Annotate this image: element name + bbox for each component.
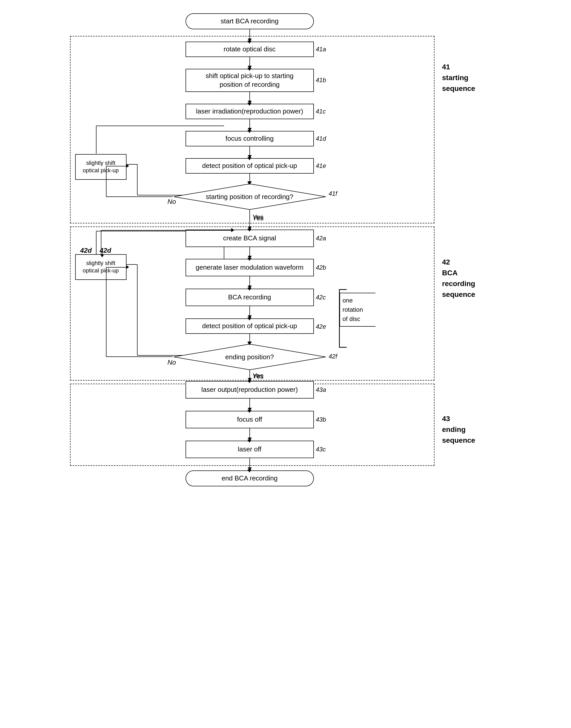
arrowhead-43a-43b: [247, 410, 251, 413]
label-42a: 42a: [316, 235, 326, 242]
label-41d: 41d: [316, 135, 326, 142]
arrowhead-42d: [100, 254, 104, 257]
no-label-42f: No: [167, 358, 176, 366]
start-box: start BCA recording: [186, 13, 314, 29]
arrowhead-42c-42e: [247, 317, 251, 321]
arrow-41d-41e: [249, 147, 250, 158]
arrowhead-41e-41f: [247, 182, 251, 185]
node-41c: laser irradiation(reproduction power): [186, 104, 314, 119]
arrowhead-41c-41d: [247, 130, 251, 133]
shift-to-42b-v: [101, 230, 101, 254]
node-41a: rotate optical disc: [186, 41, 314, 57]
arrowhead-start-41a: [247, 40, 251, 43]
shift-to-42b-h: [101, 230, 232, 231]
no-path-42f-h: [106, 356, 173, 357]
arrowhead-42e-42f: [247, 342, 251, 345]
arrowhead-no-42f: [126, 265, 129, 269]
node-41b: shift optical pick-up to starting positi…: [186, 69, 314, 92]
arrowhead-42b-42c: [247, 288, 251, 291]
arrow-41e-41f: [249, 174, 250, 183]
label-42d: 42d: [80, 247, 92, 255]
node-42b: generate laser modulation waveform: [186, 259, 314, 276]
label-42c: 42c: [316, 294, 326, 301]
node-41f: starting position of recording?: [173, 183, 327, 210]
yes-41f: Yes: [253, 214, 264, 222]
no-label-41f: No: [167, 198, 176, 206]
bracket-rotation-bottom: [339, 347, 347, 348]
end-box: end BCA recording: [186, 470, 314, 486]
node-41d: focus controlling: [186, 131, 314, 147]
arrowhead-41d-41e: [247, 157, 251, 160]
label-41a: 41a: [316, 46, 326, 53]
label-42e: 42e: [316, 323, 326, 330]
node-43a: laser output(reproduction power): [186, 381, 314, 398]
arrow-41b-41c: [249, 92, 250, 104]
arrowhead-42a-42b: [247, 258, 251, 261]
node-41e: detect position of optical pick-up: [186, 158, 314, 174]
arrow-43a-43b: [249, 398, 250, 411]
arrowhead-42f-43a: [247, 380, 251, 383]
node-43b: focus off: [186, 411, 314, 428]
label-41b: 41b: [316, 77, 326, 84]
label-43a: 43a: [316, 386, 326, 393]
no-path-42f-v: [106, 267, 107, 357]
arrowhead-41f-42a: [247, 229, 251, 232]
no-path-42f-h2: [106, 267, 126, 268]
label-42b: 42b: [316, 264, 326, 271]
arrow-42a-42b: [249, 247, 250, 259]
node-43c: laser off: [186, 441, 314, 458]
arrow-42e-42f: [249, 334, 250, 343]
no-path-41f-v: [106, 166, 107, 197]
node-42c: BCA recording: [186, 289, 314, 306]
arrow-42b-42c: [249, 276, 250, 289]
arrowhead-shift-42b: [231, 228, 234, 232]
node-41-shift: slightly shift optical pick-up: [75, 154, 126, 180]
arrowhead-no-41f: [126, 164, 129, 168]
arrow-42f-43a: [249, 371, 250, 381]
arrow-41a-41b: [249, 57, 250, 69]
bracket-rotation-v: [339, 289, 340, 348]
section-41-label: 41 starting sequence: [442, 62, 475, 94]
arrow-41c-41d: [249, 119, 250, 131]
arrowhead-43b-43c: [247, 440, 251, 443]
node-42e: detect position of optical pick-up: [186, 318, 314, 334]
arrow-43c-end: [249, 458, 250, 470]
arrow-start-41a: [249, 29, 250, 41]
yes-42f: Yes: [253, 372, 264, 380]
arrow-43b-43c: [249, 428, 250, 441]
arrowhead-41a-41b: [247, 68, 251, 71]
arrow-41f-42a: [249, 210, 250, 230]
no-path-41f-h: [106, 196, 173, 197]
arrowhead-43c-end: [247, 469, 251, 472]
label-42f: 42f: [329, 353, 337, 360]
section-43-label: 43 ending sequence: [442, 414, 475, 446]
bracket-rotation-top: [339, 289, 347, 290]
section-42-label: 42 BCA recording sequence: [442, 257, 475, 300]
node-42f: ending position?: [173, 343, 327, 371]
arrowhead-41b-41c: [247, 103, 251, 106]
label-42d-text: 42d: [100, 247, 111, 255]
label-41f: 41f: [329, 190, 337, 197]
label-41c: 41c: [316, 108, 326, 115]
node-42a: create BCA signal: [186, 230, 314, 247]
arrow-42c-42e: [249, 306, 250, 318]
label-43b: 43b: [316, 416, 326, 423]
no-path-41f-h2: [106, 166, 126, 166]
label-43c: 43c: [316, 446, 326, 453]
one-rotation-label: one rotation of disc: [340, 293, 375, 327]
label-41e: 41e: [316, 162, 326, 170]
